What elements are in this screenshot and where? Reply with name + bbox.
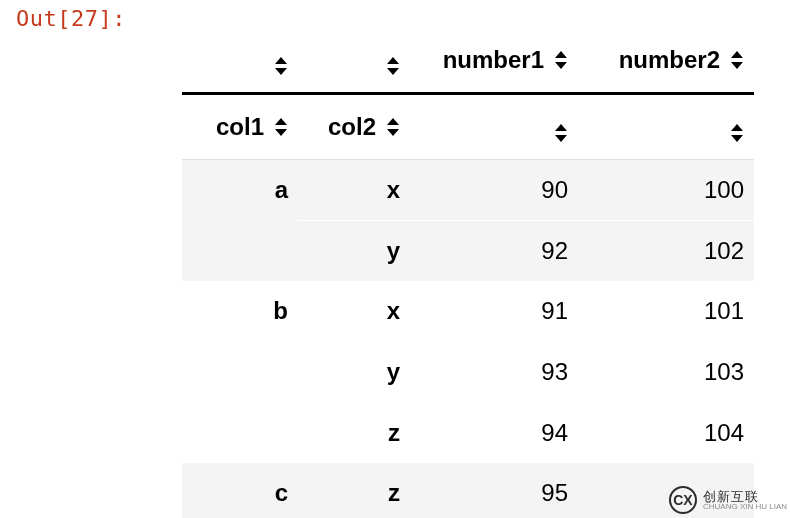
cell-number1: 93 bbox=[410, 342, 578, 403]
index-col2: x bbox=[298, 160, 410, 221]
sort-icon[interactable] bbox=[554, 123, 568, 143]
cell-number2: 103 bbox=[578, 342, 754, 403]
index-col2: x bbox=[298, 281, 410, 342]
cell-number1: 95 bbox=[410, 463, 578, 518]
table-row: ax90100 bbox=[182, 160, 754, 221]
sort-icon[interactable] bbox=[274, 56, 288, 76]
header-number2[interactable]: number2 bbox=[578, 28, 754, 94]
cell-number2: 104 bbox=[578, 403, 754, 464]
sort-icon[interactable] bbox=[386, 56, 400, 76]
table-row: bx91101 bbox=[182, 281, 754, 342]
header-col1[interactable]: col1 bbox=[182, 94, 298, 160]
sort-icon[interactable] bbox=[730, 123, 744, 143]
watermark-sub: CHUANG XIN HU LIAN bbox=[703, 503, 787, 511]
sort-icon[interactable] bbox=[554, 50, 568, 70]
header-number1[interactable]: number1 bbox=[410, 28, 578, 94]
watermark-title: 创新互联 bbox=[703, 490, 787, 503]
header-row-columns: number1 number2 bbox=[182, 28, 754, 94]
header-blank-0[interactable] bbox=[182, 28, 298, 94]
table-row: y92102 bbox=[182, 221, 754, 282]
cell-number1: 92 bbox=[410, 221, 578, 282]
header-blank-2[interactable] bbox=[410, 94, 578, 160]
index-col2: z bbox=[298, 403, 410, 464]
index-col1 bbox=[182, 403, 298, 464]
dataframe-table-container: number1 number2 col1 col2 bbox=[182, 28, 754, 518]
index-col1 bbox=[182, 342, 298, 403]
cell-number1: 90 bbox=[410, 160, 578, 221]
index-col1: a bbox=[182, 160, 298, 221]
header-blank-1[interactable] bbox=[298, 28, 410, 94]
cell-number2: 101 bbox=[578, 281, 754, 342]
cell-number1: 91 bbox=[410, 281, 578, 342]
table-row: y93103 bbox=[182, 342, 754, 403]
index-col1: c bbox=[182, 463, 298, 518]
header-col2[interactable]: col2 bbox=[298, 94, 410, 160]
dataframe-table: number1 number2 col1 col2 bbox=[182, 28, 754, 518]
sort-icon[interactable] bbox=[730, 50, 744, 70]
index-col2: y bbox=[298, 221, 410, 282]
header-row-index: col1 col2 bbox=[182, 94, 754, 160]
index-col2: z bbox=[298, 463, 410, 518]
sort-icon[interactable] bbox=[274, 117, 288, 137]
table-body: ax90100y92102bx91101y93103z94104cz95 bbox=[182, 160, 754, 519]
sort-icon[interactable] bbox=[386, 117, 400, 137]
watermark-logo: CX bbox=[669, 486, 697, 514]
output-prompt: Out[27]: bbox=[16, 6, 126, 31]
cell-number1: 94 bbox=[410, 403, 578, 464]
index-col1 bbox=[182, 221, 298, 282]
cell-number2: 102 bbox=[578, 221, 754, 282]
index-col1: b bbox=[182, 281, 298, 342]
index-col2: y bbox=[298, 342, 410, 403]
cell-number2: 100 bbox=[578, 160, 754, 221]
watermark: CX 创新互联 CHUANG XIN HU LIAN bbox=[669, 486, 787, 514]
table-row: z94104 bbox=[182, 403, 754, 464]
header-blank-3[interactable] bbox=[578, 94, 754, 160]
